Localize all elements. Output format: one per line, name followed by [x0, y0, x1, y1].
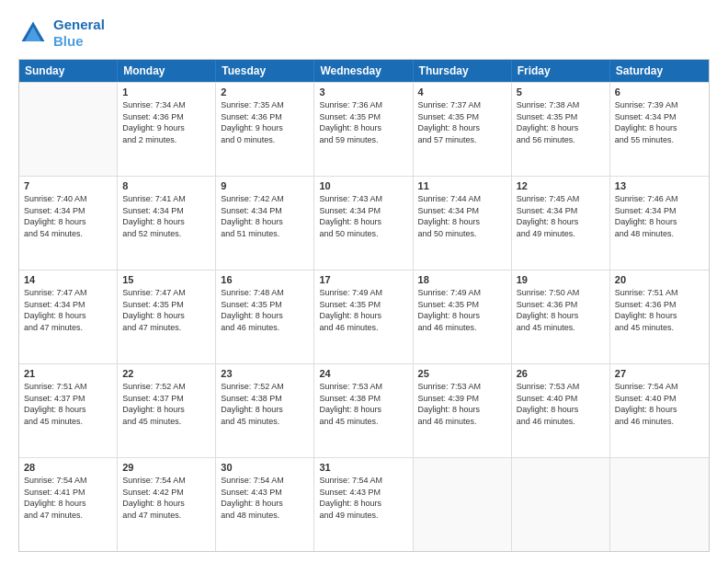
- calendar-cell: 24Sunrise: 7:53 AMSunset: 4:38 PMDayligh…: [314, 364, 413, 457]
- day-content: Sunrise: 7:49 AMSunset: 4:35 PMDaylight:…: [319, 287, 407, 333]
- calendar-cell: 4Sunrise: 7:37 AMSunset: 4:35 PMDaylight…: [414, 83, 512, 176]
- calendar-cell: [19, 83, 118, 176]
- day-content: Sunrise: 7:50 AMSunset: 4:36 PMDaylight:…: [517, 287, 605, 333]
- calendar-cell: 22Sunrise: 7:52 AMSunset: 4:37 PMDayligh…: [118, 364, 216, 457]
- calendar-header-cell: Sunday: [19, 60, 118, 82]
- day-number: 28: [24, 462, 112, 473]
- calendar-cell: 5Sunrise: 7:38 AMSunset: 4:35 PMDaylight…: [512, 83, 610, 176]
- calendar-cell: 10Sunrise: 7:43 AMSunset: 4:34 PMDayligh…: [314, 177, 413, 270]
- header: General Blue: [18, 17, 710, 50]
- day-number: 17: [319, 274, 407, 285]
- day-content: Sunrise: 7:54 AMSunset: 4:43 PMDaylight:…: [221, 475, 309, 521]
- calendar-cell: 17Sunrise: 7:49 AMSunset: 4:35 PMDayligh…: [314, 270, 413, 363]
- day-number: 26: [517, 368, 605, 379]
- calendar-cell: 11Sunrise: 7:44 AMSunset: 4:34 PMDayligh…: [414, 177, 512, 270]
- day-number: 30: [221, 462, 309, 473]
- day-content: Sunrise: 7:54 AMSunset: 4:42 PMDaylight:…: [122, 475, 210, 521]
- day-content: Sunrise: 7:41 AMSunset: 4:34 PMDaylight:…: [122, 193, 210, 239]
- calendar-cell: 16Sunrise: 7:48 AMSunset: 4:35 PMDayligh…: [216, 270, 314, 363]
- day-content: Sunrise: 7:43 AMSunset: 4:34 PMDaylight:…: [319, 193, 407, 239]
- calendar-cell: 3Sunrise: 7:36 AMSunset: 4:35 PMDaylight…: [314, 83, 413, 176]
- day-content: Sunrise: 7:53 AMSunset: 4:40 PMDaylight:…: [517, 381, 605, 427]
- day-number: 12: [517, 180, 605, 191]
- calendar-cell: 15Sunrise: 7:47 AMSunset: 4:35 PMDayligh…: [118, 270, 216, 363]
- calendar-cell: [512, 458, 610, 551]
- calendar-body: 1Sunrise: 7:34 AMSunset: 4:36 PMDaylight…: [19, 82, 709, 551]
- day-number: 21: [24, 368, 112, 379]
- day-number: 29: [122, 462, 210, 473]
- day-number: 14: [24, 274, 112, 285]
- calendar-cell: 26Sunrise: 7:53 AMSunset: 4:40 PMDayligh…: [512, 364, 610, 457]
- day-content: Sunrise: 7:53 AMSunset: 4:39 PMDaylight:…: [418, 381, 506, 427]
- day-content: Sunrise: 7:54 AMSunset: 4:41 PMDaylight:…: [24, 475, 112, 521]
- calendar-cell: [610, 458, 709, 551]
- calendar-cell: 18Sunrise: 7:49 AMSunset: 4:35 PMDayligh…: [414, 270, 512, 363]
- day-number: 4: [418, 86, 506, 98]
- calendar-cell: 8Sunrise: 7:41 AMSunset: 4:34 PMDaylight…: [118, 177, 216, 270]
- day-content: Sunrise: 7:39 AMSunset: 4:34 PMDaylight:…: [615, 99, 704, 145]
- day-number: 20: [615, 274, 704, 285]
- calendar-cell: 1Sunrise: 7:34 AMSunset: 4:36 PMDaylight…: [118, 83, 216, 176]
- day-number: 15: [122, 274, 210, 285]
- day-number: 27: [615, 368, 704, 379]
- calendar-row: 28Sunrise: 7:54 AMSunset: 4:41 PMDayligh…: [19, 457, 709, 551]
- calendar-header-cell: Monday: [118, 60, 216, 82]
- day-number: 2: [221, 86, 309, 98]
- day-number: 1: [122, 86, 210, 98]
- day-content: Sunrise: 7:48 AMSunset: 4:35 PMDaylight:…: [221, 287, 309, 333]
- day-content: Sunrise: 7:47 AMSunset: 4:34 PMDaylight:…: [24, 287, 112, 333]
- day-content: Sunrise: 7:49 AMSunset: 4:35 PMDaylight:…: [418, 287, 506, 333]
- day-content: Sunrise: 7:35 AMSunset: 4:36 PMDaylight:…: [221, 99, 309, 145]
- day-number: 7: [24, 180, 112, 191]
- day-content: Sunrise: 7:36 AMSunset: 4:35 PMDaylight:…: [319, 99, 407, 145]
- day-content: Sunrise: 7:45 AMSunset: 4:34 PMDaylight:…: [517, 193, 605, 239]
- calendar-header-cell: Wednesday: [314, 60, 413, 82]
- day-content: Sunrise: 7:51 AMSunset: 4:37 PMDaylight:…: [24, 381, 112, 427]
- calendar-row: 21Sunrise: 7:51 AMSunset: 4:37 PMDayligh…: [19, 363, 709, 457]
- day-number: 31: [319, 462, 407, 473]
- day-content: Sunrise: 7:54 AMSunset: 4:40 PMDaylight:…: [615, 381, 704, 427]
- day-number: 5: [517, 86, 605, 98]
- page: General Blue SundayMondayTuesdayWednesda…: [0, 0, 728, 563]
- day-content: Sunrise: 7:42 AMSunset: 4:34 PMDaylight:…: [221, 193, 309, 239]
- calendar-header-cell: Friday: [512, 60, 610, 82]
- day-content: Sunrise: 7:38 AMSunset: 4:35 PMDaylight:…: [517, 99, 605, 145]
- calendar-row: 7Sunrise: 7:40 AMSunset: 4:34 PMDaylight…: [19, 176, 709, 270]
- logo-text: General Blue: [53, 17, 105, 50]
- calendar-cell: 20Sunrise: 7:51 AMSunset: 4:36 PMDayligh…: [610, 270, 709, 363]
- day-number: 3: [319, 86, 407, 98]
- day-content: Sunrise: 7:47 AMSunset: 4:35 PMDaylight:…: [122, 287, 210, 333]
- calendar-header-cell: Tuesday: [216, 60, 314, 82]
- calendar-cell: 30Sunrise: 7:54 AMSunset: 4:43 PMDayligh…: [216, 458, 314, 551]
- calendar-cell: 6Sunrise: 7:39 AMSunset: 4:34 PMDaylight…: [610, 83, 709, 176]
- calendar-cell: 19Sunrise: 7:50 AMSunset: 4:36 PMDayligh…: [512, 270, 610, 363]
- day-content: Sunrise: 7:52 AMSunset: 4:38 PMDaylight:…: [221, 381, 309, 427]
- day-content: Sunrise: 7:40 AMSunset: 4:34 PMDaylight:…: [24, 193, 112, 239]
- day-content: Sunrise: 7:51 AMSunset: 4:36 PMDaylight:…: [615, 287, 704, 333]
- day-number: 22: [122, 368, 210, 379]
- day-content: Sunrise: 7:44 AMSunset: 4:34 PMDaylight:…: [418, 193, 506, 239]
- calendar-row: 14Sunrise: 7:47 AMSunset: 4:34 PMDayligh…: [19, 270, 709, 363]
- day-number: 11: [418, 180, 506, 191]
- day-content: Sunrise: 7:34 AMSunset: 4:36 PMDaylight:…: [122, 99, 210, 145]
- calendar-cell: 13Sunrise: 7:46 AMSunset: 4:34 PMDayligh…: [610, 177, 709, 270]
- calendar-header-row: SundayMondayTuesdayWednesdayThursdayFrid…: [19, 60, 709, 82]
- logo-icon: [18, 18, 48, 48]
- calendar-header-cell: Saturday: [610, 60, 709, 82]
- day-number: 16: [221, 274, 309, 285]
- logo: General Blue: [18, 17, 105, 50]
- calendar: SundayMondayTuesdayWednesdayThursdayFrid…: [18, 59, 710, 552]
- calendar-cell: 14Sunrise: 7:47 AMSunset: 4:34 PMDayligh…: [19, 270, 118, 363]
- calendar-header-cell: Thursday: [414, 60, 512, 82]
- calendar-cell: 7Sunrise: 7:40 AMSunset: 4:34 PMDaylight…: [19, 177, 118, 270]
- day-number: 9: [221, 180, 309, 191]
- day-content: Sunrise: 7:53 AMSunset: 4:38 PMDaylight:…: [319, 381, 407, 427]
- calendar-cell: 25Sunrise: 7:53 AMSunset: 4:39 PMDayligh…: [414, 364, 512, 457]
- calendar-cell: 28Sunrise: 7:54 AMSunset: 4:41 PMDayligh…: [19, 458, 118, 551]
- calendar-cell: 27Sunrise: 7:54 AMSunset: 4:40 PMDayligh…: [610, 364, 709, 457]
- day-content: Sunrise: 7:52 AMSunset: 4:37 PMDaylight:…: [122, 381, 210, 427]
- calendar-cell: 2Sunrise: 7:35 AMSunset: 4:36 PMDaylight…: [216, 83, 314, 176]
- day-number: 10: [319, 180, 407, 191]
- calendar-cell: [414, 458, 512, 551]
- day-number: 23: [221, 368, 309, 379]
